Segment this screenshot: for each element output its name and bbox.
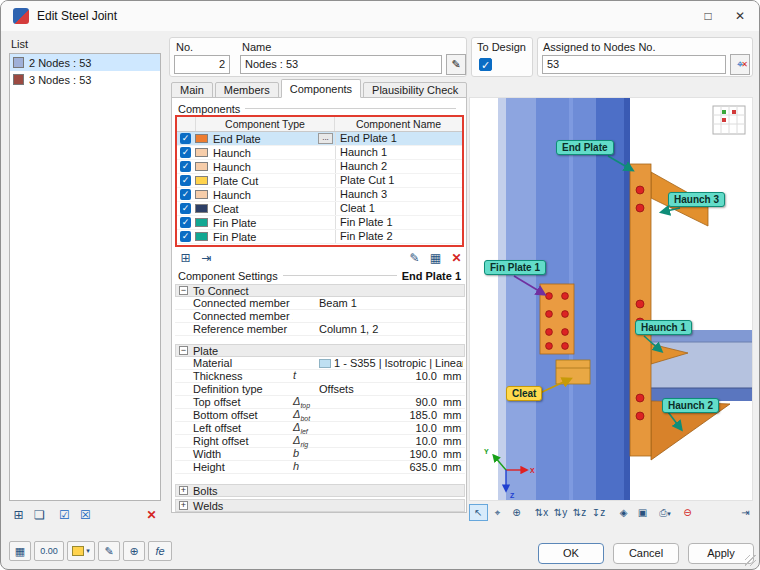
table-row[interactable]: ✓ Fin Plate Fin Plate 2 [177, 230, 462, 244]
value-cell[interactable]: Column 1, 2 [319, 323, 465, 335]
component-type-cell[interactable]: Fin Plate [208, 231, 335, 243]
component-name-cell[interactable]: End Plate 1 [335, 132, 462, 145]
component-name-cell[interactable]: Fin Plate 1 [335, 216, 462, 229]
copy-joint-button[interactable]: ❏ [30, 506, 49, 524]
new-joint-button[interactable]: ⊞ [9, 506, 28, 524]
value-cell[interactable]: Beam 1 [319, 297, 465, 309]
coordinate-system-button[interactable]: ⌖ [488, 504, 507, 521]
pick-nodes-button[interactable]: ⌖✕ [730, 54, 750, 75]
group-bolts[interactable]: + Bolts [175, 484, 465, 497]
value-cell[interactable]: 1 - S355 | Isotropic | Linear ... [319, 357, 465, 369]
view-y-button[interactable]: ⇅y [551, 504, 570, 521]
row-checkbox[interactable]: ✓ [180, 161, 191, 172]
list-item[interactable]: 2 Nodes : 53 [10, 54, 160, 71]
expand-icon[interactable]: + [179, 501, 188, 510]
cleat-part[interactable] [556, 360, 590, 384]
tab-components[interactable]: Components [281, 79, 361, 98]
value-cell[interactable]: 10.0 [319, 422, 439, 434]
component-type-cell[interactable]: Plate Cut [208, 175, 335, 187]
beam-part[interactable] [650, 330, 753, 401]
value-cell[interactable]: 10.0 [319, 370, 439, 382]
row-checkbox[interactable]: ✓ [180, 203, 191, 214]
component-name-cell[interactable]: Haunch 1 [335, 146, 462, 159]
value-cell[interactable]: Offsets [319, 383, 465, 395]
group-welds[interactable]: + Welds [175, 499, 465, 512]
save-template-button[interactable]: ▦ [426, 250, 445, 266]
ok-button[interactable]: OK [538, 543, 604, 564]
delete-component-button[interactable]: ✕ [447, 250, 466, 266]
row-checkbox[interactable]: ✓ [180, 133, 191, 144]
tab-plausibility-check[interactable]: Plausibility Check [363, 82, 467, 98]
display-properties-button[interactable]: ✎ [98, 541, 120, 561]
value-cell[interactable]: 10.0 [319, 435, 439, 447]
component-name-cell[interactable]: Fin Plate 2 [335, 230, 462, 243]
assigned-nodes-field[interactable]: 53 [542, 55, 726, 74]
component-type-cell[interactable]: Haunch [208, 147, 335, 159]
to-design-checkbox[interactable]: ✓ [479, 58, 492, 71]
value-cell[interactable]: 635.0 [319, 461, 439, 473]
select-mode-button[interactable]: ↖ [469, 504, 488, 521]
close-button[interactable]: ✕ [723, 2, 757, 30]
import-component-button[interactable]: ⇥ [197, 250, 216, 266]
row-checkbox[interactable]: ✓ [180, 217, 191, 228]
check-all-button[interactable]: ☑ [55, 506, 74, 524]
resize-grip[interactable] [745, 555, 756, 566]
delete-joint-button[interactable]: ✕ [142, 506, 161, 524]
joint-scheme-icon[interactable] [713, 106, 745, 134]
table-row[interactable]: ✓ Haunch Haunch 1 [177, 146, 462, 160]
value-cell[interactable]: 90.0 [319, 396, 439, 408]
table-row[interactable]: ✓ Plate Cut Plate Cut 1 [177, 174, 462, 188]
color-swatch-button[interactable]: ▾ [67, 541, 95, 561]
cancel-button[interactable]: Cancel [613, 543, 679, 564]
view-minus-z-button[interactable]: ↧z [589, 504, 608, 521]
row-checkbox[interactable]: ✓ [180, 189, 191, 200]
collapse-icon[interactable]: − [179, 346, 188, 355]
table-row[interactable]: ✓ Haunch Haunch 2 [177, 160, 462, 174]
component-name-cell[interactable]: Haunch 2 [335, 160, 462, 173]
component-name-cell[interactable]: Plate Cut 1 [335, 174, 462, 187]
component-type-cell[interactable]: Haunch [208, 189, 335, 201]
component-type-cell[interactable]: End Plate [208, 133, 318, 145]
list-item[interactable]: 3 Nodes : 53 [10, 71, 160, 88]
solid-view-button[interactable]: ▣ [633, 504, 652, 521]
value-cell[interactable]: 190.0 [319, 448, 439, 460]
component-type-cell[interactable]: Cleat [208, 203, 335, 215]
ellipsis-button[interactable]: ... [318, 133, 333, 144]
table-settings-button[interactable]: ▦ [9, 541, 31, 561]
no-field[interactable]: 2 [174, 55, 230, 74]
group-to-connect[interactable]: − To Connect [175, 284, 465, 297]
group-plate[interactable]: − Plate [175, 344, 465, 357]
row-checkbox[interactable]: ✓ [180, 231, 191, 242]
row-checkbox[interactable]: ✓ [180, 175, 191, 186]
component-name-cell[interactable]: Cleat 1 [335, 202, 462, 215]
joint-3d-viewport[interactable]: X Y Z End Plate Haunch 3 Fin Plate 1 Hau… [469, 97, 753, 501]
component-type-cell[interactable]: Fin Plate [208, 217, 335, 229]
maximize-button[interactable]: □ [691, 2, 725, 30]
isometric-view-button[interactable]: ◈ [614, 504, 633, 521]
view-x-button[interactable]: ⇅x [532, 504, 551, 521]
insert-component-button[interactable]: ⊞ [176, 250, 195, 266]
print-button[interactable]: ⎙▾ [652, 504, 678, 521]
zoom-out-button[interactable]: ⊖ [678, 504, 697, 521]
export-view-button[interactable]: ⇥ [736, 504, 755, 521]
tab-main[interactable]: Main [171, 82, 213, 98]
units-button[interactable]: fe [148, 541, 172, 561]
edit-name-button[interactable]: ✎ [446, 54, 466, 75]
globe-button[interactable]: ⊕ [123, 541, 145, 561]
zoom-mode-button[interactable]: ⊕ [507, 504, 526, 521]
collapse-icon[interactable]: − [179, 286, 188, 295]
uncheck-all-button[interactable]: ☒ [76, 506, 95, 524]
component-name-cell[interactable]: Haunch 3 [335, 188, 462, 201]
view-z-button[interactable]: ⇅z [570, 504, 589, 521]
name-field[interactable]: Nodes : 53 [240, 55, 442, 74]
row-checkbox[interactable]: ✓ [180, 147, 191, 158]
table-row[interactable]: ✓ Haunch Haunch 3 [177, 188, 462, 202]
wizard-button[interactable]: ✎ [405, 250, 424, 266]
fin-plate-part[interactable] [540, 284, 574, 354]
decimal-places-button[interactable]: 0.00 [34, 541, 64, 561]
component-type-cell[interactable]: Haunch [208, 161, 335, 173]
value-cell[interactable]: 185.0 [319, 409, 439, 421]
expand-icon[interactable]: + [179, 486, 188, 495]
tab-members[interactable]: Members [215, 82, 279, 98]
table-row[interactable]: ✓ Cleat Cleat 1 [177, 202, 462, 216]
